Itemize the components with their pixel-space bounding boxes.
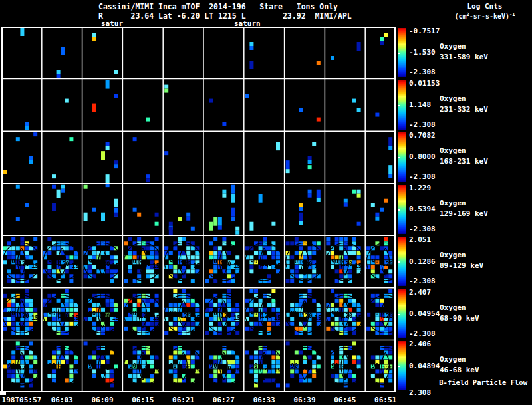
time-tick-label: 198T05:57 bbox=[2, 396, 42, 404]
row-energy-band-label: 46-68 keV bbox=[440, 366, 479, 374]
colorbar-mid-tick bbox=[398, 261, 400, 263]
row-species-label: Oxygen bbox=[440, 356, 466, 364]
colorbar bbox=[398, 132, 406, 182]
colorbar bbox=[398, 185, 406, 234]
time-tick-label: 06:39 bbox=[293, 396, 315, 404]
colorbar-min-label: -2.308 bbox=[409, 330, 436, 337]
row-species-label: Oxygen bbox=[440, 200, 466, 207]
colorbar-units: (cm2-sr-s-keV)-1 bbox=[439, 11, 531, 21]
row-energy-band-label: 331-589 keV bbox=[440, 53, 488, 61]
colorbar-mid-label: 1.148 bbox=[409, 101, 431, 108]
colorbar-mid-tick bbox=[398, 157, 400, 158]
colorbar-min-label: -2.308 bbox=[409, 121, 436, 128]
colorbar-max-label: 2.407 bbox=[409, 289, 431, 296]
row-species-label: Oxygen bbox=[440, 43, 466, 51]
colorbar-max-label: 2.406 bbox=[409, 340, 431, 348]
colorbar-title-line1: Log Cnts bbox=[439, 2, 531, 11]
colorbar-min-label: 2.308 bbox=[409, 389, 431, 396]
colorbar-mid-label: 0.8000 bbox=[409, 153, 436, 160]
colorbar-mid-tick bbox=[398, 105, 400, 106]
colorbar-min-label: -2.308 bbox=[409, 173, 436, 180]
time-tick-label: 06:03 bbox=[51, 396, 73, 404]
time-tick-label: 06:21 bbox=[172, 396, 194, 404]
colorbar bbox=[398, 341, 406, 390]
colorbar-mid-label: -1.530 bbox=[409, 49, 436, 56]
colorbar-title: Log Cnts (cm2-sr-s-keV)-1 bbox=[439, 2, 531, 21]
colorbar-max-label: 0.01153 bbox=[409, 80, 440, 87]
colorbar-mid-label: 0.04954 bbox=[409, 310, 440, 317]
time-tick-label: 06:45 bbox=[334, 396, 356, 404]
row-species-label: Oxygen bbox=[440, 95, 466, 103]
colorbar bbox=[398, 289, 406, 338]
colorbar-min-label: -2.308 bbox=[409, 277, 436, 285]
ephemeris-line: R 23.64 Lat -6.20 LT 1215 L 23.92 MIMI/A… bbox=[98, 11, 352, 21]
row-energy-band-label: 168-231 keV bbox=[440, 158, 488, 166]
row-energy-band-label: 231-332 keV bbox=[440, 106, 488, 114]
row-species-label: Oxygen bbox=[440, 147, 466, 155]
app-window: Cassini/MIMI Inca mTOF 2014-196 Stare Io… bbox=[0, 0, 532, 405]
row-species-label: Oxygen bbox=[440, 304, 466, 312]
colorbar-max-label: 0.7082 bbox=[409, 132, 436, 139]
colorbar-min-label: -2.308 bbox=[409, 225, 436, 233]
row-energy-band-label: 68-90 keV bbox=[440, 315, 479, 323]
row-energy-band-label: 129-169 keV bbox=[440, 210, 488, 218]
colorbar bbox=[398, 80, 406, 130]
colorbar-mid-tick bbox=[398, 209, 400, 211]
page-title: Cassini/MIMI Inca mTOF 2014-196 Stare Io… bbox=[98, 2, 338, 11]
panel-grid-canvas bbox=[1, 27, 396, 392]
time-tick-label: 06:15 bbox=[132, 396, 154, 404]
time-tick-label: 06:33 bbox=[253, 396, 275, 404]
colorbar-max-label: 1.229 bbox=[409, 184, 431, 192]
axis-endcap bbox=[0, 391, 6, 395]
time-tick-label: 06:27 bbox=[213, 396, 235, 404]
colorbar-mid-label: 0.5394 bbox=[409, 205, 436, 213]
row-energy-band-label: 89-129 keV bbox=[440, 262, 483, 270]
colorbar-max-label: -0.7517 bbox=[409, 27, 440, 35]
bfield-flow-label: B-field Particle Flow bbox=[439, 378, 527, 386]
time-tick-label: 06:09 bbox=[91, 396, 113, 404]
colorbar-mid-label: 0.04894 bbox=[409, 362, 440, 370]
colorbar bbox=[398, 28, 406, 77]
colorbar-mid-label: 0.1286 bbox=[409, 258, 436, 265]
colorbar-mid-tick bbox=[398, 53, 400, 54]
colorbar-max-label: 2.051 bbox=[409, 236, 431, 243]
colorbar-mid-tick bbox=[398, 314, 400, 315]
time-tick-label: 06:51 bbox=[374, 396, 396, 404]
row-species-label: Oxygen bbox=[440, 251, 466, 259]
colorbar-min-label: -2.308 bbox=[409, 68, 436, 76]
colorbar-mid-tick bbox=[398, 366, 400, 367]
colorbar bbox=[398, 237, 406, 286]
